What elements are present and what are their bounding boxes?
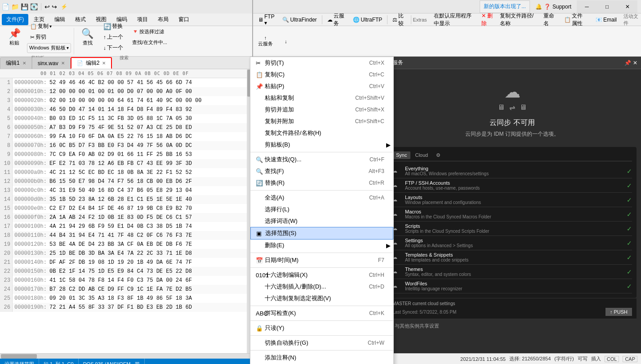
row-addr: 00000080h: [13,150,49,159]
table-row: 9 00000080h: 7C C9 EA F0 AB 02 D9 01 66 … [0,150,247,159]
copy-path-button[interactable]: 复制文件路径/名称 [497,15,539,25]
cm-cut[interactable]: ✂ 剪切(T) Ctrl+X [250,57,393,69]
support-label[interactable]: Support [552,4,571,10]
next-button[interactable]: ↓ 下一个 [100,43,126,53]
find-button[interactable]: 🔍 查找 [78,26,98,49]
sync-item-title: Everything [405,166,627,171]
cloud-close-icon[interactable]: ✕ [633,60,637,66]
sync-item-toggle[interactable]: ✓ [627,168,632,175]
filter-button[interactable]: 🔻 按选择过滤 [129,27,170,37]
cloud-button[interactable]: ☁ 云服务 [324,15,348,25]
sync-item-title: Macros [405,209,627,214]
cm-hex-insert[interactable]: 十六进制插入/删除(D)... Ctrl+D [250,281,393,293]
redo-icon[interactable]: ↪ [52,3,57,10]
cm-paste-copy[interactable]: 粘贴和复制 Ctrl+Shift+V [250,92,393,104]
cm-copy[interactable]: 📋 复制(C) Ctrl+C [250,69,393,80]
cm-cut-append[interactable]: 剪切并追加 Ctrl+Shift+X [250,104,393,115]
undo-icon[interactable]: ↩ [45,3,50,10]
cut-button[interactable]: ✂ 剪切 [27,32,71,42]
compare-button[interactable]: ⚖ 比较 [389,15,409,25]
tab-edit1-close[interactable]: ✕ [22,61,26,66]
row-addr: 000000a0h: [13,168,49,177]
table-row: 17 00000100h: 4A 21 94 29 6B F9 59 E1 D4… [0,222,247,231]
cm-copy-path[interactable]: 复制文件路径/名称(H) [250,127,393,139]
cm-paste-label: 粘贴(P) [265,82,360,90]
sync-item-toggle[interactable]: ✓ [627,240,632,247]
new-version-link[interactable]: 新的版本出现了... [484,3,526,10]
question-icon[interactable]: ❓ [544,4,551,10]
right-prev-button[interactable]: ↑ 云服务 [255,30,276,53]
table-row: 26 00000190h: 72 21 A4 55 8F 33 37 DF F1… [0,303,247,312]
right-next-button[interactable]: ↓ [278,30,294,53]
cm-paste[interactable]: 📌 粘贴(P) Ctrl+V [250,80,393,92]
tab-edit2[interactable]: 📄 编辑2 ✕ [71,57,112,69]
clipboard-dropdown[interactable]: Windows 剪贴板 ▾ [27,43,71,53]
sync-tab-cloud[interactable]: Cloud [411,151,432,159]
delete-button[interactable]: ✕ 删除 [481,12,495,27]
ultraftp-button[interactable]: 🌐 UltraFTP [350,15,385,25]
maximize-button[interactable]: □ [597,0,617,13]
sync-item-toggle[interactable]: ✓ [627,268,632,275]
sync-tab-settings[interactable]: ⚙ [432,151,444,159]
tab-sinx-close[interactable]: ✕ [61,61,65,66]
sync-item-toggle[interactable]: ✓ [627,283,632,290]
cm-clipboard[interactable]: 剪贴板(B) ▶ [250,139,393,151]
sync-item-toggle[interactable]: ✓ [627,196,632,204]
tab-edit2-close[interactable]: ✕ [102,61,106,66]
cm-datetime[interactable]: 📅 日期/时间(M) F7 [250,254,393,266]
cm-select-range[interactable]: ▣ 选择范围(S) [250,227,393,240]
sync-item-toggle[interactable]: ✓ [627,225,632,232]
hex-hscrollbar[interactable] [0,353,252,359]
tab-edit1[interactable]: 编辑1 ✕ [0,57,32,69]
cm-copy-append[interactable]: 复制并附加 Ctrl+Shift+C [250,115,393,127]
cm-add-comment[interactable]: 添加注释(N) [250,352,393,364]
sync-item-title: Scripts [405,223,627,229]
cm-select-word[interactable]: 选择词语(W) [250,215,393,227]
rename-button[interactable]: 重命名 [540,15,560,25]
cm-spell[interactable]: ABC 拼写检查(K) Ctrl+K [250,307,393,319]
cm-hex-edit[interactable]: 0101 十六进制编辑(X) Ctrl+H [250,269,393,281]
cm-hex-copy[interactable]: 十六进制复制选定视图(V) [250,293,393,304]
table-row: 7 00000060h: 99 FA 10 F0 6F DA 0A E5 22 … [0,132,247,141]
cm-find[interactable]: 🔍 查找(F) Alt+F3 [250,165,393,177]
table-row: 2 00000010h: 12 00 00 00 01 00 01 00 D0 … [0,87,247,96]
list-item: ☁ Macros Macros in the Cloud Synced Macr… [392,207,632,222]
cm-replace[interactable]: 🔄 替换(R) Ctrl+R [250,177,393,189]
sync-tab-sync[interactable]: Sync [392,151,410,159]
push-button[interactable]: ↑ PUSH [605,308,632,316]
row-num: 18 [0,231,13,240]
copy-button[interactable]: 📋 复制 ▾ [27,22,71,31]
table-row: 6 00000050h: A7 B3 D9 F9 75 4F 9E 51 52 … [0,123,247,132]
find-in-files-button[interactable]: 查找/在文件中... [129,38,170,48]
sync-item-text: Everything All macOS, Windows preference… [405,166,627,176]
menu-window[interactable]: 窗口 [174,14,194,25]
row-num: 10 [0,159,13,168]
sync-item-toggle[interactable]: ✓ [627,211,632,218]
prev-button[interactable]: ↑ 上一个 [100,32,126,42]
email-button[interactable]: 📧 Email [592,15,620,25]
cm-quick-find-shortcut: Ctrl+F [369,156,384,163]
cm-autowrap[interactable]: 切换自动换行(G) Ctrl+W [250,337,393,349]
cloud-pin-icon[interactable]: 📌 [624,60,631,66]
tab-sinx[interactable]: sinx.wav ✕ [32,57,71,69]
cm-readonly[interactable]: 🔒 只读(Y) [250,322,393,334]
show-in-app-button[interactable]: 在默认应用程序中显示 [431,15,480,25]
cm-delete[interactable]: 删除(E) ▶ [250,240,393,251]
file-props-button[interactable]: 📋 文件属性 [561,15,591,25]
hex-hscrollbar-thumb[interactable] [1,354,37,359]
cm-select-line[interactable]: 选择行(L) [250,204,393,215]
sync-item-desc: Syntax, editor, and system colors [405,272,627,277]
ultrafinder-button[interactable]: 🔍 UltraFinder [279,15,320,25]
cm-quick-find[interactable]: 🔍 快速查找(Q)... Ctrl+F [250,154,393,165]
sync-item-toggle[interactable]: ✓ [627,182,632,189]
cm-cut-label: 剪切(T) [265,59,360,67]
replace-button[interactable]: 🔄 替换 [100,22,126,31]
arrows-icon: ⇌ [509,103,515,112]
minimize-button[interactable]: ─ [577,0,597,13]
paste-button[interactable]: 📌 粘贴 [4,26,24,49]
sync-item-toggle[interactable]: ✓ [627,254,632,261]
cm-select-all[interactable]: 全选(A) Ctrl+A [250,192,393,204]
row-bytes: DF AF 2F DB 19 08 1D 19 20 1B 49 DA 6E 7… [49,258,247,267]
ftp-button[interactable]: 🖥 FTP ▾ [255,15,277,25]
close-button[interactable]: ✕ [617,0,637,13]
